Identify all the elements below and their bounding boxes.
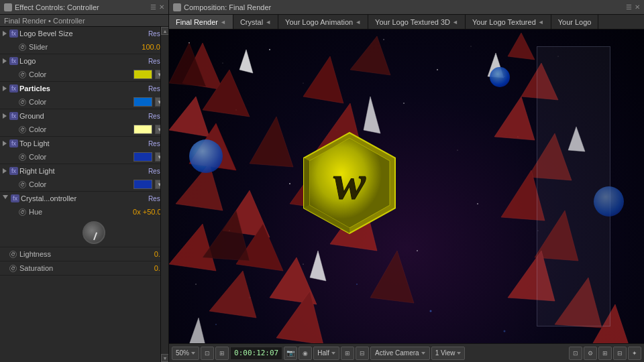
bottom-bar: 50% ⊡ ⊞ 0:00:12:07 📷 ◉ Half ⊞ ⊟ [169, 343, 644, 362]
composition-title: Composition: Final Render [184, 3, 271, 11]
expand-ground[interactable] [3, 113, 7, 119]
overlay-btn[interactable]: ⊟ [356, 347, 369, 360]
hue-value[interactable]: 0x +50.0° [133, 208, 164, 216]
active-camera-dropdown[interactable]: Active Camera [370, 347, 430, 360]
tab-crystal[interactable]: Crystal ◄ [233, 15, 278, 29]
hue-label: Hue [29, 208, 130, 216]
svg-text:w: w [333, 156, 366, 209]
particles-color-label: Color [29, 98, 131, 106]
tab-logo-textured[interactable]: Your Logo Textured ◄ [466, 15, 551, 29]
tab-logo-textured-3d[interactable]: Your Logo Textured 3D ◄ [368, 15, 466, 29]
layout-btn2[interactable]: ⊟ [613, 347, 627, 360]
settings-btn[interactable]: ⚙ [584, 347, 597, 360]
panel-breadcrumb: Final Render • Controller [0, 15, 168, 27]
svg-marker-54 [494, 97, 535, 140]
svg-point-5 [437, 69, 438, 70]
lightness-stopwatch[interactable]: ⏱ [9, 251, 17, 258]
right-light-label: Right Light [19, 167, 147, 175]
logo-bevel-label: Logo Bevel Size [19, 29, 147, 38]
glass-panel-right [537, 46, 610, 326]
top-light-label: Top Light [19, 139, 147, 147]
comp-menu-icon[interactable]: ☰ [626, 3, 632, 11]
fx-badge-particles: fx [9, 84, 18, 93]
color-stopwatch-logo[interactable]: ⏱ [19, 71, 26, 78]
panel-close-icon[interactable]: ✕ [159, 3, 164, 11]
comp-tabs: Final Render ◄ Crystal ◄ Your Logo Anima… [169, 15, 644, 29]
saturation-stopwatch[interactable]: ⏱ [9, 265, 17, 272]
fx-badge-logo-bevel: fx [9, 29, 18, 38]
fx-badge-top-light: fx [9, 139, 18, 147]
svg-marker-46 [189, 318, 206, 343]
color-stopwatch-ground[interactable]: ⏱ [19, 126, 26, 133]
scroll-down-btn[interactable]: ▼ [161, 354, 169, 362]
tab-final-render[interactable]: Final Render ◄ [169, 15, 233, 29]
active-camera-label: Active Camera [375, 349, 419, 357]
effect-controls-panel: Final Render • Controller fx Logo Bevel … [0, 15, 169, 362]
fx-logo-bevel: fx Logo Bevel Size Reset ⏱ Slider 100.00 [0, 27, 168, 54]
effect-controls-header: Effect Controls: Controller ☰ ✕ [0, 0, 169, 14]
svg-marker-48 [250, 117, 293, 167]
color-stopwatch-right-light[interactable]: ⏱ [19, 181, 26, 188]
lightness-row: ⏱ Lightness 0.0 [0, 247, 168, 261]
fx-list: fx Logo Bevel Size Reset ⏱ Slider 100.00… [0, 27, 168, 362]
camera-dropdown-arrow [421, 352, 425, 355]
panel-icon [4, 3, 12, 11]
expand-particles[interactable] [3, 86, 7, 91]
expand-right-light[interactable] [3, 168, 7, 174]
tab-logo-animation[interactable]: Your Logo Animation ◄ [278, 15, 368, 29]
layout-btn1[interactable]: ⊞ [598, 347, 612, 360]
color-stopwatch-top-light[interactable]: ⏱ [19, 154, 26, 161]
svg-marker-34 [169, 224, 216, 271]
render-btn[interactable]: ⊡ [569, 347, 582, 360]
left-scrollbar[interactable]: ▲ ▼ [160, 27, 168, 362]
tab-arrow-logo-3d: ◄ [452, 19, 458, 25]
fx-top-light: fx Top Light Reset ⏱ Color ▼ [0, 137, 168, 164]
composition-panel: Final Render ◄ Crystal ◄ Your Logo Anima… [169, 15, 644, 362]
zoom-value: 50% [176, 349, 189, 357]
svg-marker-66 [304, 158, 309, 208]
scroll-up-btn[interactable]: ▲ [161, 27, 169, 35]
expand-logo[interactable] [3, 58, 7, 64]
orb-medium [594, 186, 624, 217]
quality-dropdown[interactable]: Half [313, 347, 339, 360]
logo-hexagon: w [289, 126, 410, 247]
fx-badge-right-light: fx [9, 167, 18, 175]
ground-color-swatch[interactable] [133, 125, 152, 134]
expand-top-light[interactable] [3, 141, 7, 146]
tab-your-logo[interactable]: Your Logo [551, 15, 599, 29]
ground-label: Ground [19, 112, 147, 120]
tab-arrow-crystal: ◄ [265, 19, 271, 25]
grid-btn[interactable]: ⊞ [341, 347, 354, 360]
right-light-color-swatch[interactable] [133, 180, 152, 189]
fx-badge-ground: fx [9, 112, 18, 120]
particles-color-swatch[interactable] [133, 97, 152, 107]
top-light-color-swatch[interactable] [133, 152, 152, 162]
view-dropdown[interactable]: 1 View [431, 347, 466, 360]
fit-btn[interactable]: ⊡ [201, 347, 214, 360]
hue-dial[interactable] [83, 221, 105, 244]
color-settings-btn[interactable]: ◉ [299, 347, 312, 360]
timecode-display[interactable]: 0:00:12:07 [230, 347, 282, 360]
hue-stopwatch[interactable]: ⏱ [19, 208, 26, 216]
expand-crystal[interactable] [3, 195, 8, 202]
camera-icon-btn[interactable]: 📷 [284, 347, 297, 360]
tab-arrow-final: ◄ [220, 19, 226, 25]
snapping-btn[interactable]: ✦ [628, 347, 641, 360]
hue-dial-container [0, 219, 168, 247]
tab-arrow-logo-textured: ◄ [538, 19, 544, 25]
lightness-label: Lightness [19, 250, 152, 258]
pixel-btn[interactable]: ⊞ [215, 347, 229, 360]
fx-crystal: fx Crystal...ontroller Reset ⏱ Hue 0x +5… [0, 192, 168, 247]
top-light-color-label: Color [29, 153, 131, 161]
saturation-row: ⏱ Saturation 0.0 [0, 261, 168, 276]
zoom-dropdown[interactable]: 50% [172, 347, 199, 360]
slider-stopwatch[interactable]: ⏱ [19, 44, 26, 51]
svg-marker-38 [303, 56, 343, 103]
panel-menu-icon[interactable]: ☰ [150, 3, 156, 11]
svg-marker-50 [350, 36, 390, 75]
logo-color-swatch[interactable] [133, 70, 152, 79]
quality-value: Half [317, 349, 329, 357]
comp-close-icon[interactable]: ✕ [635, 3, 640, 11]
expand-logo-bevel[interactable] [3, 31, 7, 36]
color-stopwatch-particles[interactable]: ⏱ [19, 99, 26, 106]
